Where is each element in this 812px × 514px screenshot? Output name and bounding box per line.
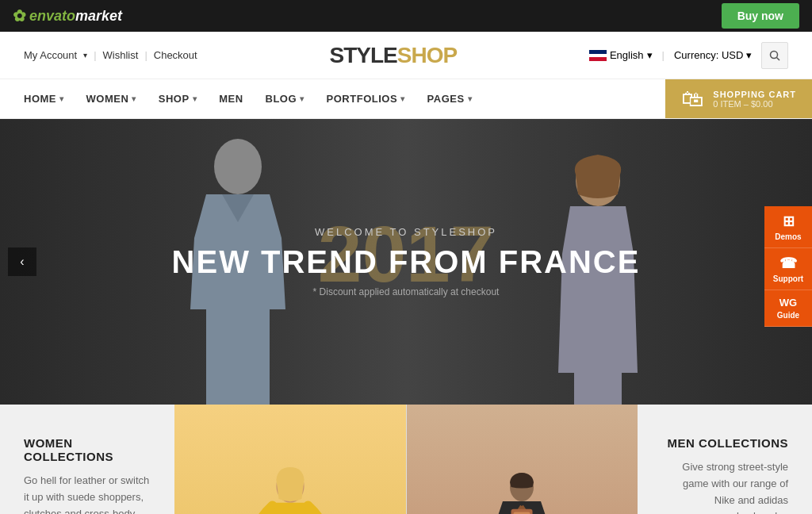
header-nav-links: My Account ▾ | Wishlist | Checkout — [24, 49, 197, 61]
nav-home[interactable]: HOME ▾ — [24, 79, 75, 119]
flag-icon — [589, 50, 607, 61]
women-collection-title: WOMEN COLLECTIONS — [24, 436, 151, 463]
currency-label: Currency: USD — [674, 49, 743, 61]
hero-title: NEW TREND FROM FRANCE — [172, 244, 641, 280]
nav-home-label: HOME — [24, 93, 56, 105]
hero-subtitle: WELCOME TO STYLESHOP — [172, 226, 641, 238]
language-selector[interactable]: English ▾ — [589, 49, 653, 61]
nav-portfolios-label: PORTFOLIOS — [327, 93, 398, 105]
envato-leaf-icon: ✿ — [13, 6, 26, 25]
buy-now-button[interactable]: Buy now — [722, 3, 799, 29]
slider-prev-button[interactable]: ‹ — [8, 247, 36, 276]
svg-line-1 — [776, 57, 779, 60]
nav-men-label: MEN — [219, 93, 243, 105]
header: My Account ▾ | Wishlist | Checkout STYLE… — [0, 32, 812, 79]
separator-1: | — [94, 49, 96, 61]
cart-area[interactable]: 🛍 SHOPPING CART 0 ITEM – $0.00 — [665, 79, 812, 118]
men-collection-title: MEN COLLECTIONS — [661, 436, 788, 450]
men-collection-desc: Give strong street-style game with our r… — [661, 459, 788, 514]
svg-point-2 — [214, 139, 262, 194]
envato-text: envatomarket — [29, 8, 122, 25]
currency-selector[interactable]: Currency: USD ▾ — [674, 49, 752, 61]
support-label: Support — [773, 274, 803, 283]
nav-blog[interactable]: BLOG ▾ — [255, 79, 316, 119]
site-logo[interactable]: STYLESHOP — [330, 43, 458, 68]
nav-pages-arrow: ▾ — [468, 94, 473, 103]
separator-2: | — [144, 49, 147, 61]
hero-description: * Discount applied automatically at chec… — [172, 286, 641, 297]
demos-button[interactable]: ⊞ Demos — [764, 206, 812, 248]
envato-logo: ✿ envatomarket — [13, 6, 122, 25]
men-collection: MEN COLLECTIONS Give strong street-style… — [407, 405, 813, 514]
guide-label: Guide — [777, 311, 799, 320]
demos-icon: ⊞ — [783, 213, 795, 230]
men-figure-svg — [462, 470, 581, 514]
nav-blog-label: BLOG — [266, 93, 297, 105]
women-figure-svg — [227, 467, 354, 514]
language-arrow-icon: ▾ — [647, 49, 653, 61]
women-collection-desc: Go hell for leather or switch it up with… — [24, 473, 151, 514]
cart-label: SHOPPING CART — [713, 90, 796, 99]
search-icon — [769, 50, 780, 61]
nav-shop[interactable]: SHOP ▾ — [147, 79, 208, 119]
men-collection-info: MEN COLLECTIONS Give strong street-style… — [638, 405, 812, 514]
nav-portfolios-arrow: ▾ — [400, 94, 405, 103]
search-button[interactable] — [761, 42, 788, 69]
cart-count: 0 ITEM – $0.00 — [713, 99, 796, 109]
guide-button[interactable]: WG Guide — [764, 290, 812, 327]
language-label: English — [610, 49, 644, 61]
nav-items: HOME ▾ WOMEN ▾ SHOP ▾ MEN BLOG ▾ PORTFOL… — [0, 79, 665, 118]
nav-pages-label: PAGES — [427, 93, 465, 105]
nav-portfolios[interactable]: PORTFOLIOS ▾ — [316, 79, 416, 119]
cart-text: SHOPPING CART 0 ITEM – $0.00 — [713, 90, 796, 109]
top-bar: ✿ envatomarket Buy now — [0, 0, 812, 32]
my-account-link[interactable]: My Account — [24, 49, 77, 61]
collections-section: WOMEN COLLECTIONS Go hell for leather or… — [0, 405, 812, 514]
guide-icon: WG — [779, 297, 797, 309]
main-nav: HOME ▾ WOMEN ▾ SHOP ▾ MEN BLOG ▾ PORTFOL… — [0, 79, 812, 119]
nav-blog-arrow: ▾ — [300, 94, 304, 103]
currency-arrow-icon: ▾ — [746, 49, 752, 61]
nav-pages[interactable]: PAGES ▾ — [416, 79, 484, 119]
wishlist-link[interactable]: Wishlist — [103, 49, 139, 61]
hero-slider: 2017 WELCOME TO STYLESHOP NEW TREND FROM… — [0, 119, 812, 405]
demos-label: Demos — [775, 232, 801, 241]
men-collection-image — [407, 405, 638, 514]
support-button[interactable]: ☎ Support — [764, 248, 812, 290]
women-collection: WOMEN COLLECTIONS Go hell for leather or… — [0, 405, 406, 514]
nav-shop-label: SHOP — [159, 93, 190, 105]
cart-icon: 🛍 — [681, 86, 703, 112]
support-icon: ☎ — [779, 255, 797, 272]
logo-style-text: STYLE — [330, 43, 397, 67]
svg-point-0 — [770, 51, 777, 58]
women-collection-image — [174, 405, 406, 514]
nav-men[interactable]: MEN — [208, 79, 254, 119]
nav-home-arrow: ▾ — [59, 94, 64, 103]
logo-shop-text: SHOP — [397, 43, 457, 67]
checkout-link[interactable]: Checkout — [154, 49, 197, 61]
header-right: English ▾ | Currency: USD ▾ — [589, 42, 788, 69]
account-arrow-icon: ▾ — [83, 51, 87, 59]
nav-women[interactable]: WOMEN ▾ — [75, 79, 147, 119]
women-collection-info: WOMEN COLLECTIONS Go hell for leather or… — [0, 405, 174, 514]
separator-3: | — [662, 49, 665, 61]
hero-text-block: WELCOME TO STYLESHOP NEW TREND FROM FRAN… — [172, 226, 641, 297]
nav-women-label: WOMEN — [86, 93, 129, 105]
nav-women-arrow: ▾ — [132, 94, 136, 103]
side-buttons: ⊞ Demos ☎ Support WG Guide — [764, 206, 812, 327]
nav-shop-arrow: ▾ — [193, 94, 197, 103]
